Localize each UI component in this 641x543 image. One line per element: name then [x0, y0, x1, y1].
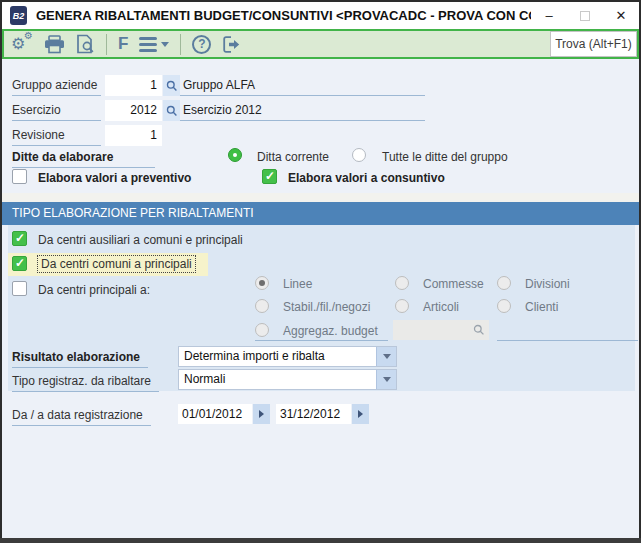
tipo-registraz-label: Tipo registraz. da ribaltare [12, 374, 159, 392]
risultato-dropdown[interactable]: Determina importi e ribalta [178, 346, 397, 367]
esercizio-description: Esercizio 2012 [180, 101, 425, 121]
clienti-radio[interactable] [497, 299, 511, 313]
comuni-checkbox[interactable] [12, 256, 27, 271]
window-border [0, 0, 641, 2]
app-window: B2 GENERA RIBALTAMENTI BUDGET/CONSUNTIVI… [0, 0, 641, 543]
section-title: TIPO ELABORAZIONE PER RIBALTAMENTI [2, 202, 639, 225]
clienti-label: Clienti [525, 300, 558, 314]
esercizio-label: Esercizio [12, 103, 101, 121]
aggregaz-budget-label: Aggregaz. budget [283, 324, 378, 338]
date-to-picker-icon[interactable] [352, 404, 369, 424]
gruppo-aziende-search-icon[interactable] [163, 75, 180, 96]
gruppo-aziende-input[interactable]: 1 [105, 75, 162, 96]
window-border [0, 0, 2, 543]
close-icon[interactable]: ✕ [603, 2, 639, 29]
aggregaz-underline [255, 340, 388, 341]
settings-icon[interactable]: ⚙ ⚙ [11, 34, 33, 54]
dropdown-arrow-icon[interactable] [376, 347, 396, 366]
date-to-input[interactable]: 31/12/2012 [276, 404, 351, 424]
print-icon[interactable] [44, 35, 65, 54]
divider [2, 193, 639, 202]
divisioni-label: Divisioni [525, 277, 570, 291]
toolbar: ⚙ ⚙ F ? [2, 29, 639, 59]
ditta-corrente-radio[interactable] [228, 148, 242, 162]
articoli-label: Articoli [423, 300, 459, 314]
stabil-radio[interactable] [255, 299, 269, 313]
exit-icon[interactable] [222, 35, 242, 54]
aggregaz-budget-radio[interactable] [255, 323, 269, 337]
date-from-picker-icon[interactable] [253, 404, 270, 424]
tipo-registraz-value: Normali [179, 370, 376, 389]
preventivo-checkbox[interactable] [12, 169, 27, 184]
preventivo-label[interactable]: Elabora valori a preventivo [38, 171, 191, 185]
articoli-radio[interactable] [395, 299, 409, 313]
linee-label: Linee [283, 277, 312, 291]
esercizio-search-icon[interactable] [163, 100, 180, 121]
commesse-label: Commesse [423, 277, 484, 291]
stabil-label: Stabil./fil./negozi [283, 300, 370, 314]
app-logo-icon: B2 [10, 6, 27, 25]
window-title: GENERA RIBALTAMENTI BUDGET/CONSUNTIVI <P… [36, 8, 531, 23]
hamburger-icon [139, 37, 157, 52]
maximize-icon[interactable] [567, 2, 603, 29]
gruppo-aziende-label: Gruppo aziende [12, 78, 101, 96]
title-bar: B2 GENERA RIBALTAMENTI BUDGET/CONSUNTIVI… [2, 2, 639, 29]
menu-icon[interactable] [139, 37, 169, 52]
chevron-down-icon [161, 42, 169, 47]
tutte-ditte-label[interactable]: Tutte le ditte del gruppo [382, 150, 508, 164]
comuni-label[interactable]: Da centri comuni a principali [38, 257, 195, 271]
consuntivo-checkbox[interactable] [262, 169, 277, 184]
find-button[interactable]: Trova (Alt+F1) [550, 31, 637, 57]
help-icon[interactable]: ? [192, 35, 211, 54]
principali-checkbox[interactable] [12, 281, 27, 296]
tutte-ditte-radio[interactable] [352, 148, 366, 162]
function-key-icon[interactable]: F [118, 34, 128, 54]
gear-small-icon: ⚙ [24, 31, 33, 41]
risultato-label: Risultato elaborazione [12, 350, 148, 368]
gruppo-aziende-description: Gruppo ALFA [180, 76, 425, 96]
search-icon [473, 324, 485, 336]
commesse-radio[interactable] [395, 276, 409, 290]
revisione-label: Revisione [12, 128, 101, 146]
risultato-value: Determina importi e ribalta [179, 347, 376, 366]
revisione-input[interactable]: 1 [105, 125, 162, 146]
toolbar-separator [106, 34, 107, 55]
consuntivo-label[interactable]: Elabora valori a consuntivo [288, 171, 445, 185]
tipo-registraz-dropdown[interactable]: Normali [178, 369, 397, 390]
principali-label[interactable]: Da centri principali a: [38, 283, 150, 297]
ausiliari-label[interactable]: Da centri ausiliari a comuni e principal… [38, 233, 243, 247]
divisioni-radio[interactable] [497, 276, 511, 290]
window-border [0, 538, 641, 543]
esercizio-input[interactable]: 2012 [105, 100, 162, 121]
aggregaz-code-input[interactable] [393, 320, 489, 340]
dropdown-arrow-icon[interactable] [376, 370, 396, 389]
print-preview-icon[interactable] [76, 34, 95, 54]
date-from-input[interactable]: 01/01/2012 [178, 404, 252, 424]
date-range-label: Da / a data registrazione [12, 408, 151, 426]
minimize-icon[interactable]: – [531, 2, 567, 29]
ditta-corrente-label[interactable]: Ditta corrente [257, 150, 329, 164]
linee-radio[interactable] [255, 276, 269, 290]
ditte-da-elaborare-label: Ditte da elaborare [12, 150, 155, 168]
toolbar-separator [180, 34, 181, 55]
aggregaz-desc-underline [497, 340, 638, 341]
ausiliari-checkbox[interactable] [12, 231, 27, 246]
